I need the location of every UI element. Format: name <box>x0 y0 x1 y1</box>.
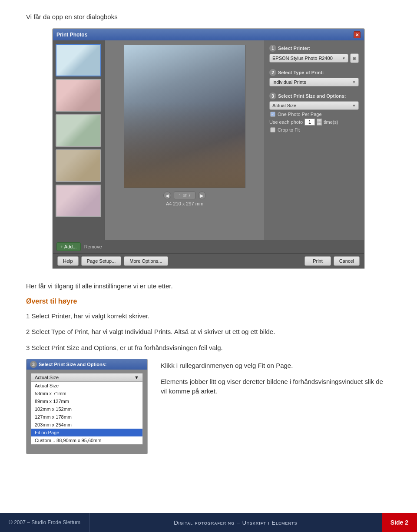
dialog-title: Print Photos <box>56 32 87 38</box>
one-photo-option: ✓ One Photo Per Page <box>269 112 359 117</box>
one-photo-checkbox[interactable]: ✓ <box>270 112 275 117</box>
select-printer-section: 1 Select Printer: EPSON Stylus Photo R24… <box>269 45 359 63</box>
dropdown-option-7[interactable]: Custom... 88,90mm x 95,60mm <box>31 436 142 444</box>
thumbnail-3[interactable] <box>56 114 101 147</box>
section-3-num: 3 <box>269 93 276 99</box>
crop-option: Crop to Fit <box>269 127 359 132</box>
section-2-num: 2 <box>269 69 276 76</box>
dropdown-section-num: 3 <box>30 361 37 368</box>
select-size-label: 3 Select Print Size and Options: <box>269 93 359 99</box>
dialog-body: ◀ 1 of 7 ▶ A4 210 x 297 mm 1 Select Prin… <box>53 40 364 240</box>
dialog-titlebar: Print Photos ✕ <box>53 29 364 40</box>
printer-dropdown-value: EPSON Stylus Photo R2400 <box>272 56 333 61</box>
size-dropdown-arrow: ▼ <box>352 104 356 108</box>
preview-nav: ◀ 1 of 7 ▶ <box>163 192 206 199</box>
footer-title: Digital fotografering – Utskrift i Eleme… <box>89 513 382 532</box>
crop-checkbox[interactable] <box>270 127 275 132</box>
size-dropdown-value: Actual Size <box>272 103 296 108</box>
footer-left-buttons: Help Page Setup... More Options... <box>57 256 168 266</box>
times-input[interactable] <box>304 119 315 126</box>
one-photo-label: One Photo Per Page <box>278 112 322 117</box>
dropdown-desc-1: Klikk i rullegardinmenyen og velg Fit on… <box>161 361 391 371</box>
thumbnail-2[interactable] <box>56 79 101 112</box>
thumbnail-5[interactable] <box>56 185 101 217</box>
dropdown-option-1[interactable]: 53mm x 71mm <box>31 390 142 397</box>
page-footer: © 2007 – Studio Frode Slettum Digital fo… <box>0 513 417 532</box>
dialog-footer: Help Page Setup... More Options... Print… <box>53 253 364 268</box>
dropdown-option-4[interactable]: 127mm x 178mm <box>31 413 142 421</box>
print-type-arrow: ▼ <box>352 80 356 84</box>
dropdown-option-6[interactable]: Fit on Page <box>31 429 142 436</box>
printer-grid-button[interactable]: ⊞ <box>350 53 359 63</box>
crop-label: Crop to Fit <box>278 127 300 132</box>
select-type-section: 2 Select Type of Print: Individual Print… <box>269 69 359 86</box>
print-button[interactable]: Print <box>304 256 331 266</box>
thumbnail-panel <box>53 40 105 240</box>
section-heading: Øverst til høyre <box>26 297 391 305</box>
dialog-add-remove-bar: + Add... Remove <box>53 240 364 253</box>
use-each-label: Use each photo <box>269 119 303 125</box>
body-para-2: 2 Select Type of Print, har vi valgt Ind… <box>26 327 391 337</box>
cancel-button[interactable]: Cancel <box>334 256 360 266</box>
more-options-button[interactable]: More Options... <box>124 256 168 266</box>
intro-text: Vi får da opp en stor dialogboks <box>26 13 391 20</box>
spinner-down[interactable]: ▼ <box>317 122 322 126</box>
body-para-access: Her får vi tilgang til alle innstillinge… <box>26 281 391 291</box>
body-para-1: 1 Select Printer, har vi valgt korrekt s… <box>26 311 391 321</box>
dropdown-desc-2: Elements jobber litt og viser deretter b… <box>161 377 391 397</box>
printer-dropdown[interactable]: EPSON Stylus Photo R2400 ▼ <box>269 54 348 63</box>
dropdown-selected-arrow: ▼ <box>134 375 139 380</box>
dropdown-selected-item: Actual Size ▼ <box>31 373 142 382</box>
dropdown-option-0[interactable]: Actual Size <box>31 382 142 390</box>
times-spinner[interactable]: ▲ ▼ <box>317 119 322 126</box>
section-1-num: 1 <box>269 45 276 52</box>
help-button[interactable]: Help <box>57 256 79 266</box>
thumbnail-1[interactable] <box>56 44 101 76</box>
footer-right-buttons: Print Cancel <box>304 256 360 266</box>
paper-size-label: A4 210 x 297 mm <box>166 201 203 206</box>
dialog-close-button[interactable]: ✕ <box>354 31 361 38</box>
preview-area: ◀ 1 of 7 ▶ A4 210 x 297 mm <box>105 40 264 240</box>
select-size-section: 3 Select Print Size and Options: Actual … <box>269 93 359 132</box>
prev-page-button[interactable]: ◀ <box>163 192 171 199</box>
times-label: time(s) <box>324 119 338 125</box>
dropdown-section-label: Select Print Size and Options: <box>39 362 106 367</box>
dropdown-option-5[interactable]: 203mm x 254mm <box>31 421 142 429</box>
dropdown-option-2[interactable]: 89mm x 127mm <box>31 397 142 405</box>
dropdown-titlebar: 3 Select Print Size and Options: <box>26 359 147 370</box>
body-para-3: 3 Select Print Size and Options, er ut f… <box>26 343 391 353</box>
dropdown-description: Klikk i rullegardinmenyen og velg Fit on… <box>161 359 391 403</box>
footer-copyright: © 2007 – Studio Frode Slettum <box>0 513 89 532</box>
body-text: Her får vi tilgang til alle innstillinge… <box>0 281 417 353</box>
select-printer-label: 1 Select Printer: <box>269 45 359 52</box>
dropdown-screenshot-section: 3 Select Print Size and Options: Actual … <box>0 359 417 454</box>
right-settings-panel: 1 Select Printer: EPSON Stylus Photo R24… <box>264 40 364 240</box>
next-page-button[interactable]: ▶ <box>198 192 206 199</box>
printer-dropdown-arrow: ▼ <box>342 56 346 60</box>
footer-page-number: Side 2 <box>382 513 417 532</box>
use-each-row: Use each photo ▲ ▼ time(s) <box>269 119 359 126</box>
main-preview-image <box>124 45 245 188</box>
dropdown-body: Actual Size ▼ Actual Size 53mm x 71mm 89… <box>26 370 147 448</box>
dropdown-current-value: Actual Size <box>35 375 59 380</box>
dropdown-open-list[interactable]: Actual Size ▼ Actual Size 53mm x 71mm 89… <box>31 373 143 445</box>
dropdown-dialog-image: 3 Select Print Size and Options: Actual … <box>26 359 148 454</box>
print-type-value: Individual Prints <box>272 79 306 85</box>
select-type-label: 2 Select Type of Print: <box>269 69 359 76</box>
printer-row: EPSON Stylus Photo R2400 ▼ ⊞ <box>269 53 359 63</box>
add-button[interactable]: + Add... <box>56 242 81 251</box>
dropdown-option-3[interactable]: 102mm x 152mm <box>31 405 142 413</box>
page-setup-button[interactable]: Page Setup... <box>81 256 122 266</box>
size-dropdown[interactable]: Actual Size ▼ <box>269 101 359 110</box>
spinner-up[interactable]: ▲ <box>317 119 322 122</box>
add-remove-controls: + Add... Remove <box>56 242 361 251</box>
dialog-screenshot: Print Photos ✕ <box>52 28 365 269</box>
print-type-dropdown[interactable]: Individual Prints ▼ <box>269 78 359 86</box>
remove-button[interactable]: Remove <box>84 244 102 249</box>
page-indicator: 1 of 7 <box>174 192 195 199</box>
thumbnail-4[interactable] <box>56 149 101 182</box>
